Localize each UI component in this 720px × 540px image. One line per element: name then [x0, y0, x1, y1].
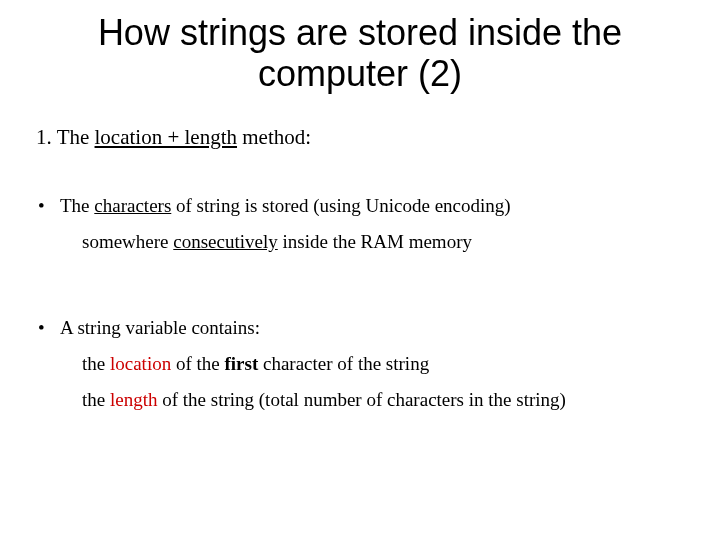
b2-line2: the location of the first character of t…: [60, 346, 690, 382]
text-pre: somewhere: [82, 231, 173, 252]
slide-title: How strings are stored inside the comput…: [30, 12, 690, 95]
b2-line3: the length of the string (total number o…: [60, 382, 690, 418]
text-post: of string is stored (using Unicode encod…: [171, 195, 510, 216]
text-pre: The: [60, 195, 94, 216]
b1-line2: somewhere consecutively inside the RAM m…: [60, 224, 690, 260]
text-post: inside the RAM memory: [278, 231, 472, 252]
text-red: length: [110, 389, 158, 410]
slide-content: How strings are stored inside the comput…: [0, 0, 720, 540]
bullet-item-2: A string variable contains: the location…: [30, 310, 690, 418]
text-pre: The: [57, 125, 95, 149]
b1-line1: The characters of string is stored (usin…: [60, 195, 511, 216]
numbered-item-1: 1. The location + length method:: [30, 125, 690, 150]
text-bold: first: [224, 353, 258, 374]
text-underlined: consecutively: [173, 231, 277, 252]
b2-line1: A string variable contains:: [60, 317, 260, 338]
text-pre: the: [82, 353, 110, 374]
text-underlined: characters: [94, 195, 171, 216]
text-post: method:: [237, 125, 311, 149]
text-post: of the string (total number of character…: [157, 389, 565, 410]
text-pre: the: [82, 389, 110, 410]
text-red: location: [110, 353, 171, 374]
text-underlined: location + length: [95, 125, 237, 149]
text-mid: of the: [171, 353, 224, 374]
bullet-item-1: The characters of string is stored (usin…: [30, 188, 690, 260]
item-number: 1.: [36, 125, 57, 149]
text-post: character of the string: [258, 353, 429, 374]
